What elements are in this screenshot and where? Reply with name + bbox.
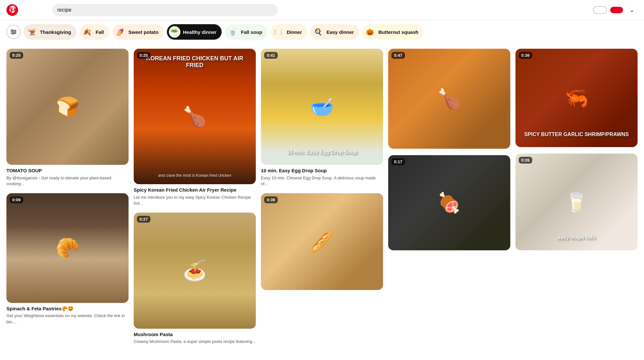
pin-duration-badge: 0:27 (137, 216, 150, 223)
svg-point-6 (12, 33, 14, 35)
header-actions: ⌄ (593, 3, 638, 17)
filter-chip-butternut-squash[interactable]: 🎃Butternut squash (362, 24, 423, 40)
pin-duration-badge: 0:36 (519, 52, 532, 59)
pin-image-emoji: 🍖 (437, 191, 461, 214)
pin-image-emoji: 🥖 (310, 230, 334, 253)
pin-title: TOMATO SOUP (6, 167, 129, 174)
pin-duration-badge: 0:41 (264, 52, 278, 59)
pin-overlay-sub: and crave the most is Korean fried chick… (140, 173, 250, 178)
filter-button[interactable] (6, 25, 21, 39)
filter-chip-sweet-potato[interactable]: 🍠Sweet potato (112, 24, 164, 40)
pin-description: Creamy Mushroom Pasta, a super simple pa… (134, 339, 256, 345)
chip-icon-healthy-dinner: 🥗 (169, 26, 180, 38)
pin-image-emoji: 🍝 (183, 259, 207, 282)
pin-image-emoji: 🥐 (55, 236, 80, 259)
pin-card[interactable]: 🥖0:39 (261, 193, 383, 290)
pin-image-emoji: 🥣 (310, 95, 334, 118)
pin-description: Get your Weightloss essentials on my web… (6, 313, 129, 325)
logo[interactable] (6, 4, 20, 16)
chip-label-sweet-potato: Sweet potato (129, 29, 159, 35)
pin-image-tofu: 🥛easy mapo tofu0:26 (515, 154, 638, 250)
chip-label-butternut-squash: Butternut squash (378, 29, 418, 35)
svg-point-4 (12, 30, 13, 31)
pin-title: 10 min. Easy Egg Drop Soup (261, 167, 383, 174)
pin-card[interactable]: 🥛easy mapo tofu0:26 (515, 154, 638, 250)
pin-card[interactable]: 🦐SPICY BUTTER GARLIC SHRIMP/PRAWNS0:36 (515, 49, 638, 147)
chip-label-healthy-dinner: Healthy dinner (183, 29, 216, 35)
pin-image-chicken2: 🍗0:47 (388, 49, 510, 149)
pin-grid: 🍞0:25TOMATO SOUPBy @itsvegansis - Get re… (0, 44, 644, 350)
filter-chip-fall[interactable]: 🍂Fall (80, 24, 109, 40)
pin-image-korean-chicken: 🍗KOREAN FRIED CHICKEN BUT AIR FRIEDand c… (134, 49, 256, 184)
nav-explore[interactable] (37, 7, 47, 13)
pin-image-emoji: 🍗 (437, 87, 461, 110)
chip-label-dinner: Dinner (287, 29, 302, 35)
search-input[interactable] (57, 7, 269, 13)
pin-title: Mushroom Pasta (134, 331, 256, 338)
pin-image-dark-food: 🍖0:17 (388, 155, 510, 250)
pin-image-spicy-shrimp: 🦐SPICY BUTTER GARLIC SHRIMP/PRAWNS0:36 (515, 49, 638, 147)
pin-duration-badge: 0:17 (391, 158, 405, 165)
filter-bar: 🫕Thanksgiving🍂Fall🍠Sweet potato🥗Healthy … (0, 20, 644, 44)
pin-overlay-main: KOREAN FRIED CHICKEN BUT AIR FRIED (140, 55, 250, 69)
pin-image-emoji: 🍗 (183, 105, 207, 128)
chip-icon-sweet-potato: 🍠 (114, 26, 126, 38)
pin-title: Spicy Korean Fried Chicken Air Fryer Rec… (134, 187, 256, 193)
filter-chips: 🫕Thanksgiving🍂Fall🍠Sweet potato🥗Healthy … (24, 24, 424, 40)
pin-duration-badge: 0:25 (10, 52, 23, 59)
pin-duration-badge: 0:25 (137, 52, 150, 59)
pin-title: Spinach & Feta Pastries🥐🤩 (6, 305, 129, 312)
search-bar (52, 4, 278, 16)
pin-duration-badge: 0:26 (519, 157, 532, 164)
pin-card[interactable]: 🥣10-min. Easy Egg Drop Soup0:4110 min. E… (261, 49, 383, 187)
nav-links (25, 7, 47, 13)
pin-image-tomato-soup: 🍞0:25 (6, 49, 129, 165)
filter-chip-healthy-dinner[interactable]: 🥗Healthy dinner (167, 24, 222, 40)
filter-chip-thanksgiving[interactable]: 🫕Thanksgiving (24, 24, 76, 40)
signup-button[interactable] (610, 7, 623, 13)
pin-duration-badge: 0:39 (264, 196, 278, 203)
chip-label-easy-dinner: Easy dinner (326, 29, 354, 35)
header: ⌄ (0, 0, 644, 20)
pin-image-emoji: 🥛 (564, 191, 589, 214)
pin-overlay-text: easy mapo tofu (522, 235, 631, 241)
pin-duration-badge: 0:09 (10, 196, 23, 203)
pin-card[interactable]: 🍗0:47 (388, 49, 510, 149)
chip-icon-fall-soup: 🍵 (227, 26, 238, 38)
filter-chip-fall-soup[interactable]: 🍵Fall soup (225, 24, 267, 40)
pin-image-spinach-pastry: 🥐0:09 (6, 193, 129, 303)
pin-card[interactable]: 🍝0:27Mushroom PastaCreamy Mushroom Pasta… (134, 213, 256, 345)
svg-point-5 (14, 31, 16, 33)
pin-overlay-text: SPICY BUTTER GARLIC SHRIMP/PRAWNS (522, 132, 631, 137)
pin-card[interactable]: 🥐0:09Spinach & Feta Pastries🥐🤩Get your W… (6, 193, 129, 325)
pin-card[interactable]: 🍞0:25TOMATO SOUPBy @itsvegansis - Get re… (6, 49, 129, 187)
pin-image-mushroom-pasta: 🍝0:27 (134, 213, 256, 329)
pin-card[interactable]: 🍗KOREAN FRIED CHICKEN BUT AIR FRIEDand c… (134, 49, 256, 206)
login-button[interactable] (593, 6, 607, 14)
pin-duration-badge: 0:47 (391, 52, 405, 59)
filter-chip-easy-dinner[interactable]: 🍳Easy dinner (310, 24, 359, 40)
pin-card[interactable]: 🍖0:17 (388, 155, 510, 250)
pin-overlay-text: 10-min. Easy Egg Drop Soup (267, 149, 377, 155)
pin-image-emoji: 🍞 (55, 95, 80, 118)
chip-icon-easy-dinner: 🍳 (312, 26, 324, 38)
chevron-down-icon[interactable]: ⌄ (626, 3, 638, 17)
nav-watch[interactable] (25, 7, 35, 13)
chip-icon-fall: 🍂 (82, 26, 93, 38)
chip-label-fall-soup: Fall soup (241, 29, 262, 35)
pin-description: Easy 10-min. Chinese Egg Drop Soup. A de… (261, 175, 383, 187)
chip-label-thanksgiving: Thanksgiving (40, 29, 71, 35)
pin-description: By @itsvegansis - Get ready to elevate y… (6, 175, 129, 187)
chip-label-fall: Fall (96, 29, 104, 35)
pin-image-egg-drop: 🥣10-min. Easy Egg Drop Soup0:41 (261, 49, 383, 165)
pin-image-emoji: 🦐 (564, 86, 589, 109)
chip-icon-dinner: 🍽️ (273, 26, 284, 38)
filter-chip-dinner[interactable]: 🍽️Dinner (271, 24, 307, 40)
pin-image-bread: 🥖0:39 (261, 193, 383, 290)
pin-description: Let me introduce you to my easy Spicy Ko… (134, 195, 256, 206)
chip-icon-thanksgiving: 🫕 (26, 26, 37, 38)
chip-icon-butternut-squash: 🎃 (364, 26, 376, 38)
